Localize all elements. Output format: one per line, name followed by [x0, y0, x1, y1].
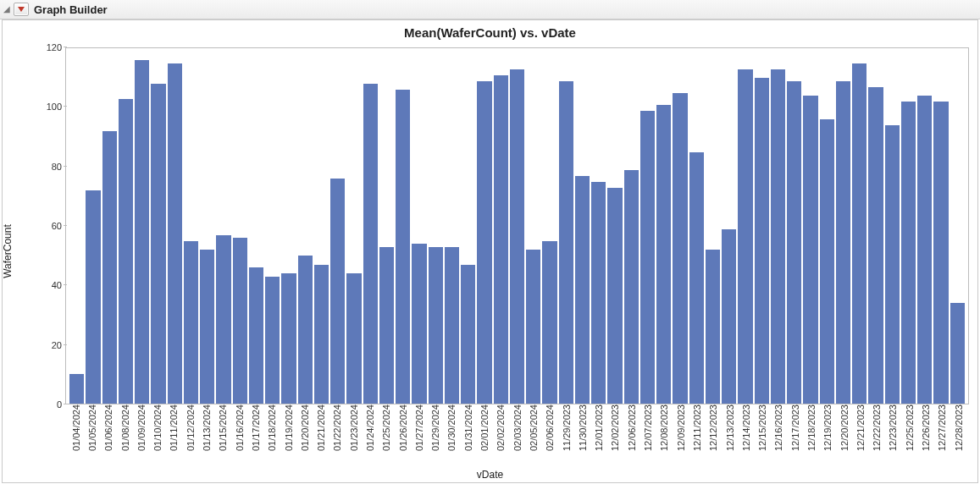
x-tick: 12/11/2023 — [689, 404, 704, 467]
bar[interactable] — [281, 273, 296, 404]
bar[interactable] — [706, 250, 720, 404]
bar[interactable] — [216, 235, 230, 404]
bar[interactable] — [363, 84, 378, 404]
plot-area[interactable] — [65, 47, 969, 404]
bar[interactable] — [591, 182, 606, 404]
bar[interactable] — [396, 90, 410, 404]
bar[interactable] — [868, 87, 883, 404]
bar[interactable] — [249, 267, 263, 404]
x-tick: 01/10/2024 — [150, 404, 164, 467]
x-tick: 01/31/2024 — [461, 404, 475, 467]
x-tick-label: 12/27/2023 — [937, 404, 947, 451]
bar[interactable] — [738, 69, 752, 404]
bar[interactable] — [69, 374, 84, 404]
bar[interactable] — [86, 190, 100, 404]
bar[interactable] — [803, 96, 817, 404]
bar[interactable] — [477, 81, 491, 404]
x-tick-label: 01/05/2024 — [87, 404, 97, 451]
chevron-down-icon — [18, 7, 25, 12]
x-tick: 02/02/2024 — [494, 404, 508, 467]
x-tick-label: 12/13/2023 — [725, 404, 735, 451]
bar[interactable] — [640, 111, 655, 404]
bar[interactable] — [722, 229, 736, 404]
bar[interactable] — [265, 277, 280, 404]
x-tick-label: 12/26/2023 — [921, 404, 931, 451]
x-tick-label: 01/29/2024 — [430, 404, 440, 451]
x-tick: 12/02/2023 — [608, 404, 623, 467]
bar[interactable] — [673, 93, 687, 404]
bar[interactable] — [429, 247, 443, 404]
bar[interactable] — [461, 265, 475, 404]
bar[interactable] — [151, 84, 165, 404]
x-tick: 01/15/2024 — [216, 404, 230, 467]
x-tick-label: 12/15/2023 — [757, 404, 767, 451]
x-tick: 02/05/2024 — [526, 404, 540, 467]
bar[interactable] — [412, 244, 426, 404]
x-tick-label: 02/01/2024 — [479, 404, 490, 451]
bar[interactable] — [624, 170, 639, 404]
x-tick: 01/22/2024 — [330, 404, 345, 467]
bar[interactable] — [901, 102, 916, 404]
x-tick: 01/05/2024 — [85, 404, 99, 467]
bar[interactable] — [820, 119, 834, 404]
bar[interactable] — [836, 81, 850, 404]
bar[interactable] — [771, 69, 785, 404]
disclosure-triangle-icon[interactable]: ◢ — [3, 5, 10, 14]
bar[interactable] — [200, 250, 214, 404]
bar[interactable] — [689, 152, 704, 404]
x-tick-label: 02/03/2024 — [512, 404, 523, 451]
x-tick-label: 01/27/2024 — [414, 404, 424, 451]
x-axis-ticks: 01/04/202401/05/202401/06/202401/08/2024… — [65, 404, 969, 467]
x-tick: 01/06/2024 — [102, 404, 116, 467]
x-tick-label: 12/17/2023 — [790, 404, 800, 451]
bar[interactable] — [330, 179, 345, 404]
x-tick-label: 12/11/2023 — [692, 404, 702, 451]
bar[interactable] — [852, 63, 866, 404]
bar[interactable] — [933, 102, 948, 404]
x-tick-label: 12/23/2023 — [888, 404, 898, 451]
bar[interactable] — [379, 247, 394, 404]
x-tick: 12/16/2023 — [772, 404, 786, 467]
x-tick-label: 12/28/2023 — [954, 404, 964, 451]
plot-region[interactable]: 020406080100120 — [43, 47, 969, 404]
bar[interactable] — [656, 105, 671, 404]
bar[interactable] — [119, 99, 133, 404]
bar[interactable] — [885, 125, 900, 404]
bar[interactable] — [298, 256, 313, 404]
bar[interactable] — [346, 273, 361, 404]
bar[interactable] — [950, 303, 965, 404]
bar[interactable] — [184, 241, 198, 404]
bar[interactable] — [787, 81, 801, 404]
bar[interactable] — [102, 131, 117, 404]
bar[interactable] — [755, 78, 769, 404]
bar[interactable] — [494, 75, 508, 404]
bar[interactable] — [575, 176, 590, 404]
x-tick: 01/09/2024 — [134, 404, 148, 467]
bar[interactable] — [559, 81, 573, 404]
bar[interactable] — [445, 247, 459, 404]
x-tick: 01/21/2024 — [313, 404, 328, 467]
x-tick-label: 01/22/2024 — [332, 404, 342, 451]
bar[interactable] — [510, 69, 524, 404]
x-tick-label: 12/12/2023 — [708, 404, 718, 451]
bar[interactable] — [314, 265, 329, 404]
bars-container — [66, 48, 968, 404]
bar[interactable] — [168, 63, 182, 404]
x-tick-label: 12/09/2023 — [676, 404, 686, 451]
bar[interactable] — [135, 60, 149, 404]
bar[interactable] — [233, 238, 247, 404]
x-tick-label: 01/09/2024 — [136, 404, 147, 451]
x-tick-label: 12/06/2023 — [627, 404, 637, 451]
x-tick: 01/04/2024 — [69, 404, 83, 467]
bar[interactable] — [917, 96, 932, 404]
bar[interactable] — [542, 241, 556, 404]
x-tick-label: 01/26/2024 — [398, 404, 408, 451]
x-axis-title: vDate — [3, 469, 977, 481]
x-tick: 01/17/2024 — [248, 404, 263, 467]
bar[interactable] — [607, 188, 622, 404]
bar[interactable] — [526, 250, 540, 404]
graph-builder-menu-button[interactable] — [14, 3, 29, 16]
x-tick: 12/26/2023 — [918, 404, 933, 467]
x-tick-label: 12/02/2023 — [610, 404, 620, 451]
x-tick: 02/06/2024 — [543, 404, 557, 467]
